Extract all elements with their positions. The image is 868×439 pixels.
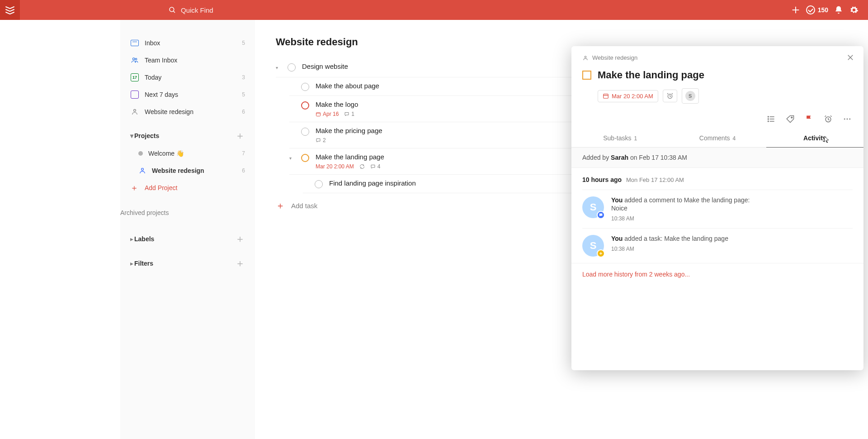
svg-point-5 — [135, 58, 137, 60]
close-button[interactable] — [846, 53, 854, 62]
sidebar-team-inbox-label: Team Inbox — [145, 57, 177, 64]
sidebar-item-next-7-days[interactable]: Next 7 days 5 — [120, 86, 255, 103]
tab-comments[interactable]: Comments 4 — [669, 129, 766, 148]
karma-check-icon — [806, 5, 815, 14]
breadcrumb[interactable]: Website redesign — [582, 54, 853, 61]
alarm-icon — [666, 92, 674, 100]
next7-icon — [130, 91, 139, 99]
sidebar-item-website-redesign-top[interactable]: Website redesign 6 — [120, 103, 255, 120]
panel-action-bar — [571, 104, 863, 124]
flag-icon[interactable] — [804, 114, 815, 124]
task-checkbox[interactable] — [315, 180, 323, 188]
tab-activity[interactable]: Activity — [766, 129, 863, 148]
person-icon — [582, 55, 589, 61]
task-checkbox[interactable] — [288, 63, 296, 72]
project-dot-icon — [138, 151, 143, 156]
assignee-chip[interactable]: S — [682, 88, 699, 104]
add-project-button[interactable]: ＋ Add Project — [120, 179, 255, 196]
task-checkbox[interactable] — [301, 101, 309, 110]
sidebar-left-margin — [0, 20, 120, 439]
project-welcome-label: Welcome 👋 — [148, 150, 184, 157]
chevron-down-icon[interactable]: ▾ — [289, 156, 295, 161]
today-icon: 17 — [130, 73, 139, 81]
activity-scroll[interactable]: Added by Sarah on Feb 17 10:38 AM 10 hou… — [571, 148, 863, 370]
svg-point-12 — [585, 56, 586, 57]
sidebar: Inbox 5 Team Inbox 17 Today 3 Next 7 day… — [120, 20, 255, 439]
quick-find[interactable]: Quick Find — [165, 4, 264, 16]
svg-point-19 — [768, 116, 769, 117]
add-filter-button[interactable]: ＋ — [235, 257, 245, 270]
sidebar-next7-count: 5 — [242, 91, 245, 98]
add-task-label: Add task — [291, 202, 317, 210]
labels-section-header[interactable]: ▸ Labels ＋ — [120, 230, 255, 248]
project-item-welcome[interactable]: Welcome 👋 7 — [120, 145, 255, 162]
notifications-button[interactable] — [831, 2, 846, 18]
task-checkbox[interactable] — [301, 128, 309, 136]
add-label-button[interactable]: ＋ — [235, 232, 245, 246]
load-more-history[interactable]: Load more history from 2 weeks ago... — [571, 263, 863, 289]
calendar-icon — [603, 93, 609, 99]
sidebar-project-side-count: 6 — [242, 109, 245, 115]
add-project-inline-button[interactable]: ＋ — [235, 129, 245, 143]
karma-indicator[interactable]: 150 — [803, 5, 831, 14]
svg-point-6 — [134, 110, 136, 112]
sidebar-item-inbox[interactable]: Inbox 5 — [120, 34, 255, 52]
add-project-label: Add Project — [145, 184, 177, 191]
breadcrumb-label: Website redesign — [592, 54, 637, 61]
task-checkbox[interactable] — [301, 83, 309, 91]
search-icon — [168, 6, 176, 14]
tag-icon[interactable] — [785, 114, 796, 124]
added-by-row: Added by Sarah on Feb 17 10:38 AM — [571, 148, 863, 168]
projects-header-label: Projects — [134, 132, 159, 139]
task-checkbox[interactable] — [582, 71, 591, 80]
settings-button[interactable] — [846, 2, 862, 18]
sidebar-today-count: 3 — [242, 74, 245, 81]
shared-project-icon — [130, 108, 139, 116]
project-item-website-redesign[interactable]: Website redesign 6 — [120, 162, 255, 179]
chevron-down-icon: ▾ — [130, 132, 133, 139]
projects-section-header[interactable]: ▾ Projects ＋ — [120, 127, 255, 145]
archived-projects-link[interactable]: Archived projects — [120, 209, 255, 216]
task-comment-count: 4 — [370, 163, 381, 170]
panel-task-title[interactable]: Make the landing page — [598, 69, 704, 81]
tab-subtasks[interactable]: Sub-tasks 1 — [571, 129, 669, 148]
shared-project-icon — [138, 167, 146, 175]
filters-section-header[interactable]: ▸ Filters ＋ — [120, 254, 255, 272]
avatar: S — [582, 235, 604, 257]
svg-point-22 — [791, 117, 793, 118]
project-website-redesign-label: Website redesign — [152, 167, 204, 174]
task-comment-count: 2 — [316, 137, 326, 143]
svg-point-21 — [768, 121, 769, 122]
svg-point-25 — [847, 119, 848, 120]
sidebar-item-team-inbox[interactable]: Team Inbox — [120, 52, 255, 69]
sidebar-item-today[interactable]: 17 Today 3 — [120, 69, 255, 86]
task-checkbox[interactable] — [301, 154, 309, 162]
chevron-right-icon: ▸ — [130, 260, 133, 267]
activity-comment-body: Noice — [611, 205, 853, 212]
alarm-icon[interactable] — [823, 114, 834, 124]
chevron-down-icon[interactable]: ▾ — [276, 65, 281, 70]
task-comment-count: 1 — [344, 111, 354, 117]
panel-tabs: Sub-tasks 1 Comments 4 Activity — [571, 129, 863, 148]
karma-points: 150 — [818, 6, 828, 14]
sidebar-next7-label: Next 7 days — [145, 91, 178, 98]
archived-projects-label: Archived projects — [120, 209, 169, 216]
sidebar-inbox-count: 5 — [242, 40, 245, 46]
plus-icon: ＋ — [276, 200, 284, 212]
topbar: Quick Find 150 — [0, 0, 868, 20]
add-task-button[interactable] — [788, 2, 803, 18]
due-date-text: Mar 20 2:00 AM — [612, 93, 653, 100]
activity-time: 10:38 AM — [611, 215, 853, 222]
activity-text: You added a task: Make the landing page — [611, 235, 853, 242]
avatar: S — [582, 196, 604, 218]
activity-item-comment: S You added a comment to Make the landin… — [582, 190, 853, 228]
due-date-chip[interactable]: Mar 20 2:00 AM — [598, 90, 658, 102]
add-badge-icon — [597, 249, 605, 258]
reminder-chip[interactable] — [663, 90, 677, 102]
more-icon[interactable] — [842, 114, 853, 124]
app-logo[interactable] — [0, 0, 20, 20]
assignee-avatar: S — [685, 91, 695, 101]
svg-rect-8 — [316, 113, 321, 116]
list-icon[interactable] — [766, 114, 777, 124]
svg-point-20 — [768, 119, 769, 119]
